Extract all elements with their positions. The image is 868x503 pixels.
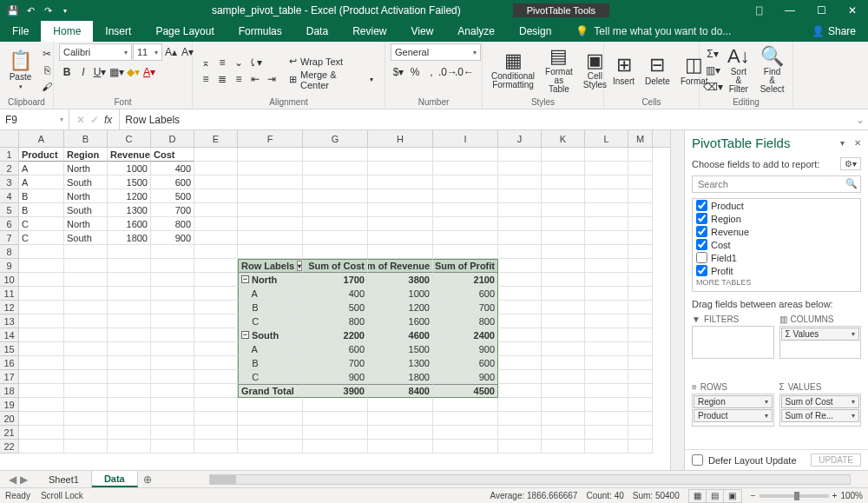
delete-cells-button[interactable]: ⊟Delete [641,54,674,88]
cell-D2[interactable]: 400 [151,162,194,175]
row-header-14[interactable]: 14 [0,328,19,342]
cell-B7[interactable]: South [64,231,108,245]
row-header-3[interactable]: 3 [0,175,19,189]
field-checkbox[interactable] [696,252,707,263]
cell-K3[interactable] [542,175,585,189]
cell-L8[interactable] [585,245,628,259]
align-left-icon[interactable]: ≡ [198,71,214,87]
cell-H10[interactable]: 3800 [368,273,433,287]
cell-I22[interactable] [433,440,498,453]
cell-J10[interactable] [498,273,542,287]
cell-L12[interactable] [585,301,628,314]
increase-font-icon[interactable]: A▴ [163,44,179,60]
cell-H3[interactable] [368,175,433,189]
cell-G15[interactable]: 600 [303,342,368,356]
cell-G22[interactable] [303,440,368,453]
pane-dropdown-icon[interactable]: ▾ [840,138,845,148]
tell-me-input[interactable]: 💡Tell me what you want to do... [563,21,799,42]
cell-C13[interactable] [108,314,151,328]
cell-A18[interactable] [19,384,64,398]
cell-C1[interactable]: Revenue [108,148,151,162]
cell-M2[interactable] [628,162,653,175]
field-cost[interactable]: Cost [693,238,860,251]
cell-H15[interactable]: 1500 [368,342,433,356]
defer-checkbox[interactable] [692,454,703,466]
row-header-22[interactable]: 22 [0,440,19,453]
cell-H4[interactable] [368,189,433,203]
cell-K4[interactable] [542,189,585,203]
cell-G13[interactable]: 800 [303,314,368,328]
cell-D5[interactable]: 700 [151,203,194,217]
cell-M19[interactable] [628,398,653,412]
cell-M5[interactable] [628,203,653,217]
cell-I21[interactable] [433,426,498,440]
cell-K17[interactable] [542,370,585,384]
align-middle-icon[interactable]: ≡ [214,55,230,70]
fill-icon[interactable]: ▥▾ [705,63,720,78]
orientation-icon[interactable]: ⤹▾ [247,55,263,70]
cell-I5[interactable] [433,203,498,217]
cell-K12[interactable] [542,301,585,314]
tab-data[interactable]: Data [294,21,340,42]
cut-icon[interactable]: ✂ [39,46,55,62]
cell-C6[interactable]: 1600 [108,217,151,231]
cell-J13[interactable] [498,314,542,328]
cell-M22[interactable] [628,440,653,453]
paste-button[interactable]: 📋Paste▾ [5,50,36,92]
cell-A15[interactable] [19,342,64,356]
cell-F5[interactable] [238,203,303,217]
cell-M1[interactable] [628,148,653,162]
row-header-19[interactable]: 19 [0,398,19,412]
cell-L18[interactable] [585,384,628,398]
cell-K11[interactable] [542,287,585,301]
border-icon[interactable]: ▦▾ [108,64,124,80]
fx-icon[interactable]: fx [104,114,112,126]
cell-B14[interactable] [64,328,108,342]
zoom-level[interactable]: 100% [840,491,863,500]
cell-K7[interactable] [542,231,585,245]
cell-B9[interactable] [64,259,108,273]
field-checkbox[interactable] [696,213,707,224]
col-header-C[interactable]: C [108,130,151,147]
collapse-icon[interactable]: − [241,331,249,339]
cell-G1[interactable] [303,148,368,162]
comma-icon[interactable]: , [424,64,439,80]
cell-A12[interactable] [19,301,64,314]
grid[interactable]: ABCDEFGHIJKLM 1ProductRegionRevenueCost2… [0,130,670,470]
col-header-M[interactable]: M [628,130,653,147]
cell-I1[interactable] [433,148,498,162]
cell-J3[interactable] [498,175,542,189]
tab-formulas[interactable]: Formulas [227,21,294,42]
cell-F6[interactable] [238,217,303,231]
cell-J7[interactable] [498,231,542,245]
cell-I20[interactable] [433,412,498,426]
cell-H17[interactable]: 1800 [368,370,433,384]
cell-C11[interactable] [108,287,151,301]
cell-K22[interactable] [542,440,585,453]
cell-G17[interactable]: 900 [303,370,368,384]
cell-D18[interactable] [151,384,194,398]
col-header-G[interactable]: G [303,130,368,147]
align-right-icon[interactable]: ≡ [231,71,247,87]
cell-D3[interactable]: 600 [151,175,194,189]
cell-H6[interactable] [368,217,433,231]
col-header-I[interactable]: I [433,130,498,147]
cell-G3[interactable] [303,175,368,189]
cell-A5[interactable]: B [19,203,64,217]
cell-C9[interactable] [108,259,151,273]
filters-dropzone[interactable] [692,326,774,359]
tab-nav-prev-icon[interactable]: ◀ [9,473,16,486]
cell-D19[interactable] [151,398,194,412]
cell-L3[interactable] [585,175,628,189]
cell-I6[interactable] [433,217,498,231]
cell-F2[interactable] [238,162,303,175]
cell-B12[interactable] [64,301,108,314]
cell-I18[interactable]: 4500 [433,384,498,398]
more-tables[interactable]: MORE TABLES [693,277,860,288]
cell-M10[interactable] [628,273,653,287]
sheet-tab-data[interactable]: Data [92,471,138,487]
cell-E4[interactable] [194,189,238,203]
cell-L10[interactable] [585,273,628,287]
row-header-18[interactable]: 18 [0,384,19,398]
cell-L21[interactable] [585,426,628,440]
